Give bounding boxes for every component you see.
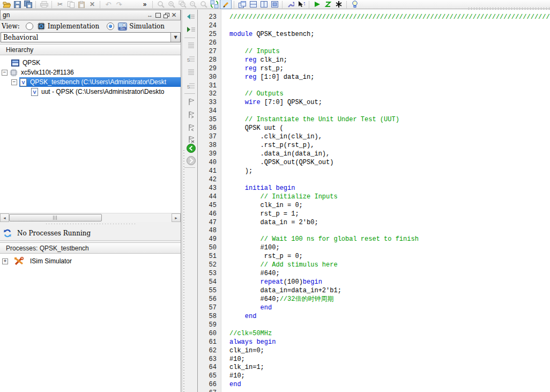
code-line[interactable]: 43 initial begin: [198, 184, 550, 193]
layer-windows-button[interactable]: [269, 0, 280, 9]
nav-prev-icon[interactable]: [186, 12, 196, 21]
code-line[interactable]: 67: [198, 389, 550, 392]
clear-bookmarks-icon[interactable]: [186, 134, 196, 144]
code-line[interactable]: 33 wire [7:0] QPSK_out;: [198, 99, 550, 107]
code-line[interactable]: 39 .data_in(data_in),: [198, 150, 550, 159]
implementation-label[interactable]: Implementation: [48, 23, 100, 30]
code-line[interactable]: 50 #100;: [198, 244, 550, 253]
code-line[interactable]: 32 // Outputs: [198, 90, 550, 99]
prev-bookmark-icon[interactable]: [186, 122, 196, 132]
save-all-button[interactable]: [23, 0, 33, 9]
code-line[interactable]: 24: [198, 22, 550, 31]
code-line[interactable]: 42: [198, 176, 550, 184]
code-line[interactable]: 56 #640;//32倍的时钟周期: [198, 295, 550, 304]
float-icon[interactable]: [154, 11, 162, 19]
toolbar-overflow-chevron[interactable]: »: [139, 0, 150, 9]
scrollbar-thumb[interactable]: [9, 214, 102, 221]
code-line[interactable]: 64clk_in=1;: [198, 364, 550, 372]
scroll-left-icon[interactable]: ◄: [0, 213, 9, 222]
stop-button[interactable]: [333, 0, 344, 9]
expander-minus-icon[interactable]: −: [11, 79, 17, 85]
code-line[interactable]: 38 .rst_p(rst_p),: [198, 142, 550, 150]
code-line[interactable]: 49 // Wait 100 ns for global reset to fi…: [198, 235, 550, 244]
wrench-icon[interactable]: [285, 0, 296, 9]
code-line[interactable]: 61always begin: [198, 338, 550, 347]
panel-splitter[interactable]: [0, 222, 181, 225]
code-lines[interactable]: 23//////////////////////////////////////…: [198, 13, 550, 392]
code-line[interactable]: 27 // Inputs: [198, 48, 550, 56]
toggle-bookmark-icon[interactable]: [186, 97, 196, 106]
code-line[interactable]: 66end: [198, 381, 550, 389]
zoom-out-icon[interactable]: [188, 0, 198, 9]
code-line[interactable]: 31: [198, 82, 550, 91]
code-line[interactable]: 46 rst_p = 1;: [198, 210, 550, 219]
code-line[interactable]: 41 );: [198, 167, 550, 176]
redo-button[interactable]: ↷: [114, 0, 124, 9]
code-line[interactable]: 23//////////////////////////////////////…: [198, 13, 550, 22]
code-line[interactable]: 36 QPSK uut (: [198, 124, 550, 133]
code-line[interactable]: 28 reg clk_in;: [198, 56, 550, 65]
process-row-isim[interactable]: + ISim Simulator: [0, 256, 181, 267]
simulation-label[interactable]: Simulation: [129, 23, 165, 30]
code-line[interactable]: 37 .clk_in(clk_in),: [198, 133, 550, 142]
tree-row-testbench[interactable]: − V QPSK_testbench (C:\Users\Administrat…: [0, 77, 181, 87]
lines-5b-icon[interactable]: 5: [186, 81, 196, 91]
code-editor[interactable]: 23//////////////////////////////////////…: [197, 10, 550, 392]
code-line[interactable]: 59: [198, 321, 550, 330]
code-line[interactable]: 45 clk_in = 0;: [198, 202, 550, 210]
tile-vertically-button[interactable]: [258, 0, 269, 9]
zoom-in-icon[interactable]: [166, 0, 177, 9]
simulation-radio[interactable]: [107, 23, 114, 30]
edit-mode-button[interactable]: [220, 0, 232, 9]
cascade-windows-button[interactable]: [237, 0, 248, 9]
print-button[interactable]: [39, 0, 49, 9]
back-icon[interactable]: [186, 143, 196, 153]
lines-b-icon[interactable]: [186, 68, 196, 77]
expander-minus-icon[interactable]: −: [2, 70, 8, 76]
code-line[interactable]: 35 // Instantiate the Unit Under Test (U…: [198, 116, 550, 124]
code-line[interactable]: 47 data_in = 2'b0;: [198, 219, 550, 227]
paste-button[interactable]: [76, 0, 87, 9]
save-button[interactable]: [12, 0, 23, 9]
copy-button[interactable]: [65, 0, 76, 9]
undo-button[interactable]: ↶: [103, 0, 114, 9]
tree-row-uut[interactable]: V uut - QPSK (C:\Users\Administrator\Des…: [0, 87, 181, 97]
code-line[interactable]: 57 end: [198, 304, 550, 313]
delete-button[interactable]: ✕: [87, 0, 98, 9]
lines-5-icon[interactable]: 5: [186, 54, 196, 64]
run-button[interactable]: [312, 0, 323, 9]
code-line[interactable]: 44 // Initialize Inputs: [198, 193, 550, 202]
scroll-right-icon[interactable]: ►: [172, 213, 181, 222]
chevron-down-icon[interactable]: ▼: [170, 33, 180, 42]
code-line[interactable]: 55 data_in=data_in+2'b1;: [198, 287, 550, 295]
simulate-button[interactable]: [323, 0, 333, 9]
cut-button[interactable]: ✂: [55, 0, 65, 9]
close-icon[interactable]: ✕: [170, 11, 178, 19]
code-line[interactable]: 48: [198, 227, 550, 235]
lines-icon[interactable]: [186, 41, 196, 50]
code-line[interactable]: 25module QPSK_testbench;: [198, 31, 550, 39]
code-line[interactable]: 60//clk=50MHz: [198, 330, 550, 338]
nav-next-icon[interactable]: [186, 25, 196, 34]
next-bookmark-icon[interactable]: [186, 109, 196, 119]
code-line[interactable]: 53 #640;: [198, 270, 550, 278]
code-line[interactable]: 30 reg [1:0] data_in;: [198, 73, 550, 82]
code-line[interactable]: 58 end: [198, 313, 550, 321]
code-line[interactable]: 40 .QPSK_out(QPSK_out): [198, 159, 550, 167]
code-line[interactable]: 34: [198, 107, 550, 116]
dock-icon[interactable]: ↔: [146, 11, 154, 19]
expander-plus-icon[interactable]: +: [2, 258, 8, 264]
zoom-full-icon[interactable]: [198, 0, 209, 9]
code-line[interactable]: 26: [198, 39, 550, 48]
tile-horizontally-button[interactable]: [248, 0, 258, 9]
view-combo[interactable]: Behavioral ▼: [1, 32, 181, 42]
zoom-select-icon[interactable]: [155, 0, 166, 9]
horizontal-scrollbar[interactable]: ◄ ►: [0, 213, 181, 222]
forward-icon[interactable]: [186, 156, 196, 165]
code-line[interactable]: 63#10;: [198, 356, 550, 364]
open-button[interactable]: [1, 0, 12, 9]
refresh-icon[interactable]: [209, 0, 220, 9]
code-line[interactable]: 54 repeat(100)begin: [198, 278, 550, 287]
panel-titlebar[interactable]: gn ↔ ✕: [0, 10, 181, 20]
hint-lightbulb-icon[interactable]: [350, 0, 360, 9]
